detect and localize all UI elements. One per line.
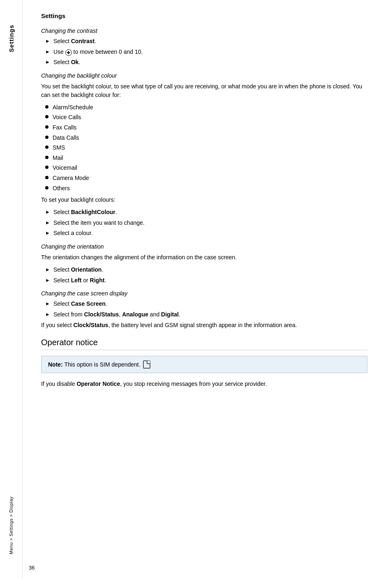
orientation-heading: Changing the orientation xyxy=(41,243,367,250)
bullet-dot xyxy=(45,125,48,129)
sidebar: Settings Menu > Settings > Display xyxy=(0,0,23,579)
contrast-step1: ► Select Contrast. xyxy=(41,37,367,46)
clock-status-inline-bold: Clock/Status xyxy=(74,322,108,328)
main-content: Settings Changing the contrast ► Select … xyxy=(25,0,392,409)
analogue-bold: Analogue xyxy=(122,311,148,318)
backlight-heading: Changing the backlight colour xyxy=(41,72,367,79)
ok-bold: Ok xyxy=(71,59,79,65)
contrast-step2: ► Use ✚ to move between 0 and 10. xyxy=(41,48,367,56)
list-item: Voicemail xyxy=(41,164,367,172)
backlight-step2: ► Select the item you want to change. xyxy=(41,219,367,227)
digital-bold: Digital xyxy=(161,311,179,318)
list-item: Fax Calls xyxy=(41,124,367,132)
arrow-icon: ► xyxy=(45,311,50,317)
case-screen-heading: Changing the case screen display xyxy=(41,290,367,297)
arrow-icon: ► xyxy=(45,220,50,226)
bullet-dot xyxy=(45,145,48,149)
case-screen-step1: ► Select Case Screen. xyxy=(41,300,367,308)
case-screen-step2: ► Select from Clock/Status, Analogue and… xyxy=(41,311,367,319)
page-title: Settings xyxy=(41,12,367,19)
arrow-icon: ► xyxy=(45,301,50,307)
sidebar-top-label: Settings xyxy=(8,25,15,52)
right-bold: Right xyxy=(90,277,105,284)
arrow-icon: ► xyxy=(45,49,50,55)
bullet-dot xyxy=(45,156,48,159)
backlight-colour-bold: BacklightColour xyxy=(71,209,115,215)
sim-icon xyxy=(143,360,150,369)
left-bold: Left xyxy=(71,277,82,284)
orientation-step2: ► Select Left or Right. xyxy=(41,277,367,285)
list-item: Camera Mode xyxy=(41,174,367,182)
bullet-dot xyxy=(45,186,48,189)
bullet-dot xyxy=(45,105,48,108)
sidebar-bottom-label: Menu > Settings > Display xyxy=(9,496,14,554)
operator-notice-bold: Operator Notice xyxy=(76,381,120,387)
case-screen-bold: Case Screen xyxy=(71,300,106,307)
backlight-step1: ► Select BacklightColour. xyxy=(41,208,367,217)
orientation-step1: ► Select Orientation. xyxy=(41,266,367,274)
contrast-bold: Contrast xyxy=(71,38,95,44)
backlight-step3: ► Select a colour. xyxy=(41,229,367,238)
nav-symbol: ✚ xyxy=(65,49,72,56)
page-number: 36 xyxy=(29,565,35,571)
list-item: Others xyxy=(41,185,367,193)
orientation-bold: Orientation xyxy=(71,266,102,273)
list-item: Data Calls xyxy=(41,134,367,142)
bullet-dot xyxy=(45,115,48,118)
list-item: Voice Calls xyxy=(41,113,367,122)
operator-notice-heading: Operator notice xyxy=(41,338,367,350)
arrow-icon: ► xyxy=(45,230,50,236)
note-box: Note: This option is SIM dependent. xyxy=(41,356,367,373)
backlight-paragraph: You set the backlight colour, to see wha… xyxy=(41,82,367,99)
bullet-dot xyxy=(45,166,48,169)
clock-status-bold: Clock/Status xyxy=(84,311,119,318)
arrow-icon: ► xyxy=(45,38,50,44)
orientation-paragraph: The orientation changes the alignment of… xyxy=(41,253,367,262)
bullet-dot xyxy=(45,136,48,139)
note-text: Note: This option is SIM dependent. xyxy=(48,361,141,368)
bullet-dot xyxy=(45,176,48,179)
note-bold: Note: xyxy=(48,361,63,368)
list-item: Alarm/Schedule xyxy=(41,104,367,112)
arrow-icon: ► xyxy=(45,59,50,65)
case-screen-paragraph: If you select Clock/Status, the battery … xyxy=(41,321,367,330)
arrow-icon: ► xyxy=(45,267,50,272)
operator-notice-paragraph: If you disable Operator Notice, you stop… xyxy=(41,380,367,388)
arrow-icon: ► xyxy=(45,209,50,215)
list-item: SMS xyxy=(41,144,367,152)
arrow-icon: ► xyxy=(45,277,50,283)
contrast-step3: ► Select Ok. xyxy=(41,58,367,67)
backlight-sub-heading: To set your backlight colours: xyxy=(41,196,367,204)
list-item: Mail xyxy=(41,154,367,162)
contrast-heading: Changing the contrast xyxy=(41,28,367,34)
